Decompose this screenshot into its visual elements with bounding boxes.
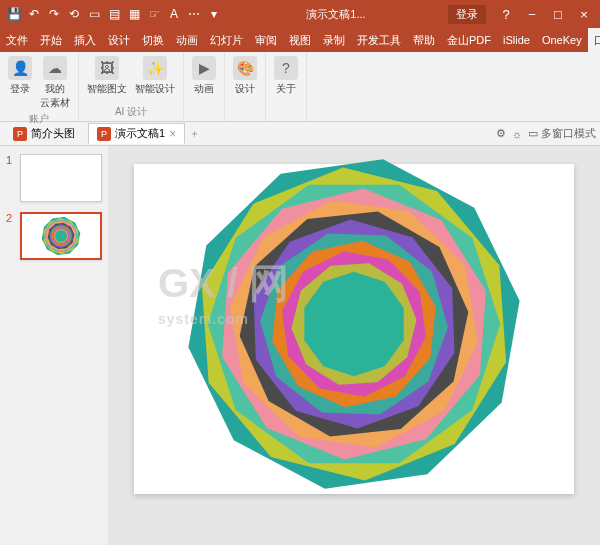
ribbon-group-design: 🎨 设计 [225,52,266,121]
tab-file[interactable]: 文件 [0,28,34,52]
close-icon[interactable]: × [572,4,596,24]
gear-icon[interactable]: ⚙ [496,127,506,140]
user-icon: 👤 [8,56,32,80]
tab-design[interactable]: 设计 [102,28,136,52]
spiral-shape[interactable] [134,146,574,514]
dropdown-icon[interactable]: ▾ [206,6,222,22]
save-icon[interactable]: 💾 [6,6,22,22]
redo-icon[interactable]: ↷ [46,6,62,22]
undo-icon[interactable]: ↶ [26,6,42,22]
image-icon: 🖼 [95,56,119,80]
tab-help[interactable]: 帮助 [407,28,441,52]
tab-record[interactable]: 录制 [317,28,351,52]
tab-onekey[interactable]: OneKey [536,28,588,52]
more-icon[interactable]: ⋯ [186,6,202,22]
ribbon-group-ai: 🖼 智能图文 ✨ 智能设计 AI 设计 [79,52,184,121]
tab-slideshow[interactable]: 幻灯片 [204,28,249,52]
tab-developer[interactable]: 开发工具 [351,28,407,52]
cloud-assets-button[interactable]: ☁ 我的 云素材 [40,56,70,110]
add-tab-icon[interactable]: ＋ [189,126,200,141]
thumb-2[interactable]: 2 [6,212,102,260]
about-button[interactable]: ? 关于 [274,56,298,96]
thumb-preview-2[interactable] [20,212,102,260]
tab-transition[interactable]: 切换 [136,28,170,52]
workspace: 1 2 GX / 网 system.com [0,146,600,545]
window-title: 演示文稿1... [228,7,444,22]
ppt-icon: P [13,127,27,141]
animation-button[interactable]: ▶ 动画 [192,56,216,96]
help-icon[interactable]: ? [494,4,518,24]
tab-insert[interactable]: 插入 [68,28,102,52]
tab-review[interactable]: 审阅 [249,28,283,52]
restart-icon[interactable]: ⟲ [66,6,82,22]
play-icon: ▶ [192,56,216,80]
close-tab-icon[interactable]: × [169,127,176,141]
question-icon: ? [274,56,298,80]
pointer-icon[interactable]: ☞ [146,6,162,22]
multiwindow-toggle[interactable]: ▭ 多窗口模式 [528,126,596,141]
active-slide[interactable] [134,164,574,494]
sparkle-icon: ✨ [143,56,167,80]
smart-design-button[interactable]: ✨ 智能设计 [135,56,175,96]
thumb-1[interactable]: 1 [6,154,102,202]
title-bar: 💾 ↶ ↷ ⟲ ▭ ▤ ▦ ☞ A ⋯ ▾ 演示文稿1... 登录 ? − □ … [0,0,600,28]
tab-pdf[interactable]: 金山PDF [441,28,497,52]
ribbon: 👤 登录 ☁ 我的 云素材 账户 🖼 智能图文 ✨ 智能设计 AI 设计 ▶ [0,52,600,122]
minimize-icon[interactable]: − [520,4,544,24]
group-label-ai: AI 设计 [115,105,147,119]
login-button[interactable]: 登录 [448,5,486,24]
palette-icon: 🎨 [233,56,257,80]
tab-home[interactable]: 开始 [34,28,68,52]
ppt-icon: P [97,127,111,141]
cloud-icon: ☁ [43,56,67,80]
window-controls: ? − □ × [490,4,600,24]
ribbon-group-anim: ▶ 动画 [184,52,225,121]
design-button[interactable]: 🎨 设计 [233,56,257,96]
ribbon-group-account: 👤 登录 ☁ 我的 云素材 账户 [0,52,79,121]
quick-access-toolbar: 💾 ↶ ↷ ⟲ ▭ ▤ ▦ ☞ A ⋯ ▾ [0,6,228,22]
new-icon[interactable]: ▭ [86,6,102,22]
slide-thumbnails: 1 2 [0,146,108,545]
ribbon-group-about: ? 关于 [266,52,307,121]
ribbon-tabs: 文件 开始 插入 设计 切换 动画 幻灯片 审阅 视图 录制 开发工具 帮助 金… [0,28,600,52]
text-icon[interactable]: A [166,6,182,22]
slide-canvas: GX / 网 system.com [108,146,600,545]
sun-icon[interactable]: ☼ [512,128,522,140]
doc-tab-presentation1[interactable]: P 演示文稿1 × [88,123,185,144]
grid-icon[interactable]: ▦ [126,6,142,22]
maximize-icon[interactable]: □ [546,4,570,24]
login-ribbon-button[interactable]: 👤 登录 [8,56,32,110]
tab-animation[interactable]: 动画 [170,28,204,52]
thumb-preview-1[interactable] [20,154,102,202]
doc-tab-intro[interactable]: P 简介头图 [4,123,84,144]
open-icon[interactable]: ▤ [106,6,122,22]
smart-image-button[interactable]: 🖼 智能图文 [87,56,127,96]
document-tabs: P 简介头图 P 演示文稿1 × ＋ ⚙ ☼ ▭ 多窗口模式 [0,122,600,146]
tab-view[interactable]: 视图 [283,28,317,52]
tab-pocket-anim[interactable]: 口袋动 [588,28,600,52]
tab-islide[interactable]: iSlide [497,28,536,52]
